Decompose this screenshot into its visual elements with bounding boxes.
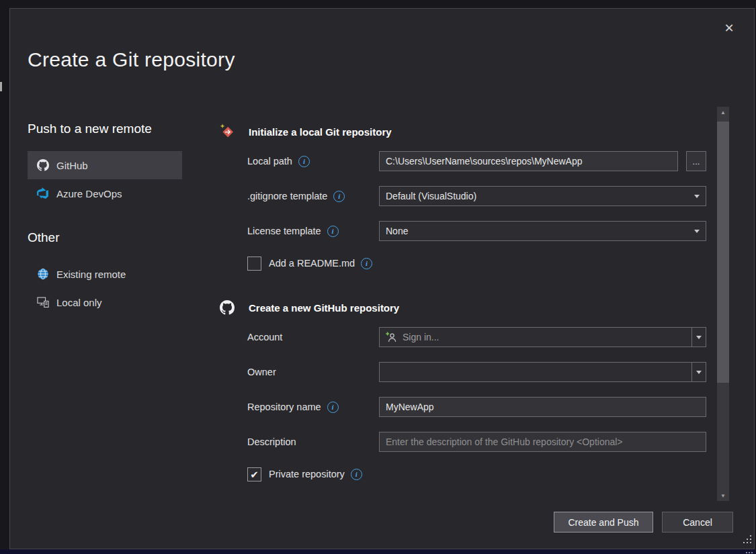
gitignore-template-dropdown[interactable]: Default (VisualStudio) [379, 186, 706, 206]
chevron-down-icon [694, 195, 700, 198]
gitignore-template-label: .gitignore template i [247, 186, 379, 206]
sidebar: Push to a new remote GitHub Azure DevOps… [28, 107, 182, 501]
create-git-repository-dialog: ✕ Create a Git repository Push to a new … [9, 8, 755, 549]
readme-checkbox-label: Add a README.md [269, 258, 355, 269]
chevron-down-icon [694, 230, 700, 233]
dialog-title: Create a Git repository [28, 48, 754, 71]
sidebar-item-azure-devops[interactable]: Azure DevOps [28, 179, 182, 207]
browse-button[interactable]: ... [686, 151, 706, 171]
create-github-repo-section: Create a new GitHub repository Account S… [219, 299, 706, 481]
private-repo-checkbox-row[interactable]: ✔ Private repository i [247, 467, 706, 481]
window-edge-artifact [0, 82, 2, 91]
globe-icon [37, 268, 49, 280]
description-input[interactable] [379, 432, 706, 452]
init-section-heading: Initialize a local Git repository [249, 126, 392, 138]
info-icon[interactable]: i [351, 469, 362, 480]
dialog-content: Initialize a local Git repository Local … [219, 107, 706, 501]
dialog-footer: Create and Push Cancel [10, 512, 754, 533]
scrollbar-track[interactable] [717, 118, 729, 490]
account-label: Account [247, 327, 379, 347]
github-section-heading: Create a new GitHub repository [249, 302, 399, 314]
close-button[interactable]: ✕ [719, 18, 739, 38]
owner-dropdown[interactable] [379, 362, 706, 382]
description-label: Description [247, 432, 379, 452]
repository-name-label: Repository name i [247, 397, 379, 417]
sidebar-heading-other: Other [28, 230, 182, 245]
github-icon [219, 299, 235, 316]
computer-icon [37, 296, 49, 308]
sidebar-item-github[interactable]: GitHub [28, 151, 182, 179]
git-init-icon [219, 124, 235, 140]
resize-grip[interactable] [743, 535, 752, 547]
sidebar-item-label: GitHub [56, 160, 88, 171]
create-and-push-button[interactable]: Create and Push [554, 512, 653, 533]
license-template-value: None [386, 226, 408, 236]
account-dropdown-button[interactable] [691, 328, 706, 347]
chevron-down-icon [696, 336, 702, 339]
local-path-input[interactable] [379, 151, 678, 171]
github-icon [37, 159, 49, 171]
readme-checkbox[interactable] [247, 257, 261, 271]
local-path-label: Local path i [247, 151, 379, 171]
dialog-body: Push to a new remote GitHub Azure DevOps… [10, 107, 754, 501]
gitignore-template-value: Default (VisualStudio) [386, 191, 476, 201]
sidebar-item-existing-remote[interactable]: Existing remote [28, 260, 182, 288]
account-value: Sign in... [403, 332, 439, 342]
sidebar-item-local-only[interactable]: Local only [28, 288, 182, 316]
scrollbar-thumb[interactable] [717, 122, 729, 383]
private-repo-checkbox[interactable]: ✔ [247, 467, 261, 481]
sidebar-item-label: Existing remote [56, 269, 126, 280]
init-local-repo-section: Initialize a local Git repository Local … [219, 123, 706, 271]
info-icon[interactable]: i [327, 402, 339, 413]
info-icon[interactable]: i [361, 258, 372, 269]
status-strip [0, 549, 756, 554]
sidebar-item-label: Azure DevOps [56, 188, 122, 199]
scroll-down-icon[interactable]: ▼ [717, 490, 729, 501]
private-repo-checkbox-label: Private repository [269, 469, 345, 479]
azure-devops-icon [37, 187, 49, 199]
license-template-label: License template i [247, 221, 379, 241]
sidebar-heading-push-remote: Push to a new remote [28, 122, 182, 136]
repository-name-input[interactable] [379, 397, 706, 417]
window-resize-grip [746, 552, 753, 553]
owner-label: Owner [247, 362, 379, 382]
info-icon[interactable]: i [333, 191, 345, 202]
readme-checkbox-row[interactable]: Add a README.md i [247, 256, 706, 271]
sidebar-item-label: Local only [56, 297, 102, 308]
license-template-dropdown[interactable]: None [379, 221, 706, 241]
sign-in-person-icon [386, 332, 397, 343]
scroll-up-icon[interactable]: ▲ [717, 107, 729, 118]
account-dropdown[interactable]: Sign in... [379, 327, 706, 347]
cancel-button[interactable]: Cancel [662, 512, 733, 533]
owner-dropdown-button[interactable] [691, 363, 706, 381]
info-icon[interactable]: i [327, 226, 339, 237]
info-icon[interactable]: i [298, 156, 310, 167]
scrollbar[interactable]: ▲ ▼ [717, 107, 729, 501]
close-icon: ✕ [724, 21, 734, 36]
chevron-down-icon [696, 371, 702, 374]
